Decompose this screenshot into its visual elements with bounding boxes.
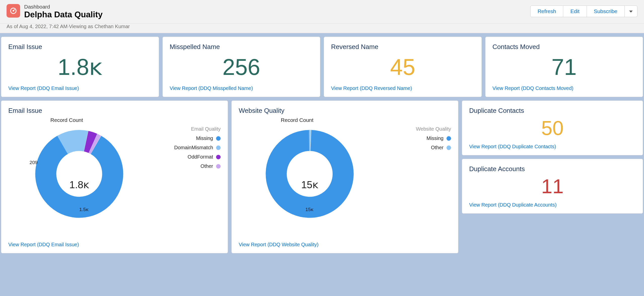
tile-title: Website Quality	[239, 107, 451, 115]
legend-item[interactable]: Missing	[383, 135, 451, 141]
expand-icon[interactable]	[217, 105, 223, 111]
header-actions: Refresh Edit Subscribe	[530, 6, 637, 17]
tile-title: Email Issue	[8, 107, 221, 115]
tile-contacts-moved: Contacts Moved 71 View Report (DDQ Conta…	[485, 37, 643, 97]
expand-icon[interactable]	[148, 41, 154, 47]
tile-title: Reversed Name	[331, 43, 474, 51]
breadcrumb: Dashboard	[24, 4, 103, 10]
legend-item[interactable]: DomainMismatch	[153, 145, 221, 151]
metric-value: 50	[469, 118, 636, 138]
legend-item[interactable]: OddFormat	[153, 154, 221, 160]
view-report-link[interactable]: View Report (DDQ Duplicate Contacts)	[469, 144, 636, 150]
expand-icon[interactable]	[632, 41, 638, 47]
tile-title: Email Issue	[8, 43, 152, 51]
subscribe-button[interactable]: Subscribe	[587, 6, 625, 17]
view-report-link[interactable]: View Report (DDQ Reversed Name)	[331, 85, 474, 91]
legend-item[interactable]: Other	[153, 163, 221, 169]
tile-misspelled-name: Misspelled Name 256 View Report (DDQ Mis…	[163, 37, 320, 97]
metric-value: 45	[331, 56, 474, 78]
donut-center-value: 1.8ᴋ	[69, 179, 89, 191]
tile-duplicate-accounts: Duplicate Accounts 11 View Report (DDQ D…	[462, 159, 643, 214]
header-meta: As of Aug 4, 2022, 7:42 AM·Viewing as Ch…	[0, 24, 644, 33]
view-report-link[interactable]: View Report (DDQ Email Issue)	[8, 242, 221, 248]
view-report-link[interactable]: View Report (DDQ Misspelled Name)	[170, 85, 313, 91]
page-header: Dashboard Delpha Data Quality Refresh Ed…	[0, 0, 644, 24]
chart-legend: Email Quality Missing DomainMismatch Odd…	[153, 125, 221, 242]
edit-button[interactable]: Edit	[563, 6, 587, 17]
more-actions-button[interactable]	[625, 6, 637, 17]
expand-icon[interactable]	[632, 105, 638, 111]
expand-icon[interactable]	[632, 164, 638, 170]
donut-segment-label: 15ᴋ	[305, 207, 313, 212]
donut-center-value: 15ᴋ	[301, 179, 318, 191]
view-report-link[interactable]: View Report (DDQ Website Quality)	[239, 242, 451, 248]
donut-chart-website: 15ᴋ 15ᴋ	[239, 125, 381, 242]
tile-email-issue: Email Issue 1.8ᴋ View Report (DDQ Email …	[1, 37, 159, 97]
metric-value: 256	[170, 56, 313, 78]
chart-sublabel: Record Count	[8, 117, 125, 123]
metric-value: 11	[469, 176, 636, 196]
tile-title: Duplicate Accounts	[469, 165, 636, 173]
expand-icon[interactable]	[447, 105, 453, 111]
tile-duplicate-contacts: Duplicate Contacts 50 View Report (DDQ D…	[462, 101, 643, 155]
tile-email-issue-chart: Email Issue Record Count 1.8ᴋ 1.	[1, 101, 228, 253]
tile-reversed-name: Reversed Name 45 View Report (DDQ Revers…	[324, 37, 482, 97]
svg-point-1	[13, 10, 14, 12]
legend-title: Website Quality	[383, 126, 451, 132]
donut-chart-email: 1.8ᴋ 1.5ᴋ 209	[8, 125, 150, 242]
metric-value: 1.8ᴋ	[8, 56, 152, 78]
chevron-down-icon	[629, 11, 633, 13]
expand-icon[interactable]	[470, 41, 476, 47]
expand-icon[interactable]	[309, 41, 315, 47]
chart-sublabel: Record Count	[239, 117, 355, 123]
refresh-button[interactable]: Refresh	[530, 6, 564, 17]
legend-title: Email Quality	[153, 126, 221, 132]
donut-segment-label: 209	[30, 160, 38, 165]
view-report-link[interactable]: View Report (DDQ Contacts Moved)	[493, 85, 636, 91]
legend-item[interactable]: Missing	[153, 135, 221, 141]
dashboard-app-icon	[7, 4, 20, 18]
legend-item[interactable]: Other	[383, 145, 451, 151]
view-report-link[interactable]: View Report (DDQ Email Issue)	[8, 85, 152, 91]
tile-website-quality-chart: Website Quality Record Count 15ᴋ 15ᴋ Web…	[231, 101, 458, 253]
tile-title: Misspelled Name	[170, 43, 313, 51]
donut-segment-label: 1.5ᴋ	[79, 207, 89, 212]
chart-legend: Website Quality Missing Other	[383, 125, 451, 242]
tile-title: Contacts Moved	[493, 43, 636, 51]
tile-title: Duplicate Contacts	[469, 107, 636, 115]
page-title: Delpha Data Quality	[24, 10, 103, 19]
metric-value: 71	[493, 56, 636, 78]
view-report-link[interactable]: View Report (DDQ Duplicate Accounts)	[469, 202, 636, 208]
